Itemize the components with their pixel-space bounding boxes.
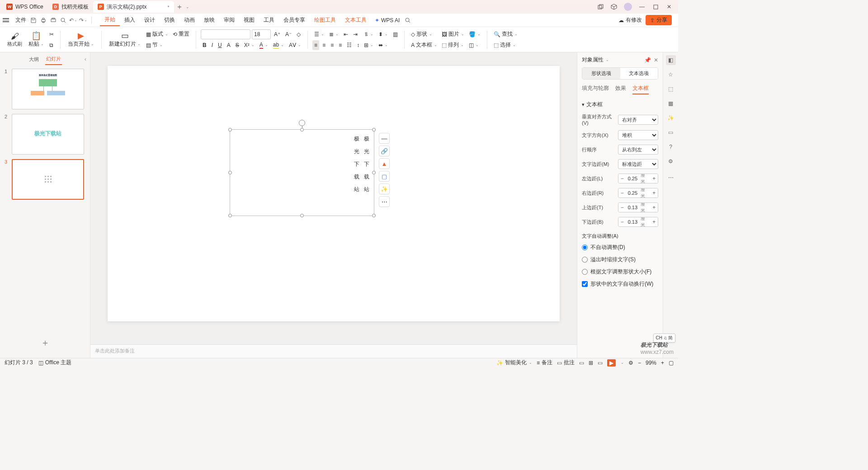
direction-select[interactable]: 堆积 — [618, 130, 658, 140]
order-select[interactable]: 从右到左 — [618, 145, 658, 155]
search-icon[interactable] — [403, 16, 412, 25]
margin-select[interactable]: 标准边距 — [618, 159, 658, 169]
textbox-tab[interactable]: 文本框 — [632, 83, 649, 94]
section-button[interactable]: ▤节⌄ — [144, 40, 170, 50]
fill-outline-tab[interactable]: 填充与轮廓 — [582, 83, 609, 94]
align-text-button[interactable]: ⬍⌄ — [377, 29, 390, 39]
float-outline-button[interactable]: ▢ — [379, 171, 390, 182]
tab-transition[interactable]: 切换 — [160, 14, 179, 26]
close-button[interactable]: ✕ — [665, 3, 673, 10]
float-link-button[interactable]: 🔗 — [379, 146, 390, 156]
cube-icon[interactable] — [610, 3, 618, 10]
hamburger-menu[interactable] — [3, 18, 11, 22]
theme-indicator[interactable]: ◫Office 主题 — [38, 359, 71, 367]
text-effects-button[interactable]: AⅤ⌄ — [287, 40, 303, 50]
tab-drawing-tools[interactable]: 绘图工具 — [310, 14, 340, 26]
tab-current-document[interactable]: P 演示文稿(2).pptx • — [93, 1, 174, 13]
right-margin-spinner[interactable]: −厘米+ — [618, 188, 658, 198]
slideshow-view-button[interactable]: ▶ — [607, 359, 616, 367]
resize-handle-e[interactable] — [372, 171, 376, 174]
reading-view-button[interactable]: ▭ — [598, 360, 603, 366]
tab-text-tools[interactable]: 文本工具 — [340, 14, 371, 26]
slide-thumbnail-3[interactable] — [12, 159, 84, 200]
find-button[interactable]: 🔍查找⌄ — [492, 29, 519, 39]
tab-home[interactable]: 开始 — [100, 14, 120, 26]
align-left-button[interactable]: ≡ — [312, 40, 319, 50]
quick-style-button[interactable]: ◫⌄ — [467, 40, 482, 50]
slide-canvas[interactable]: 极光下载站 极光下载站 — 🔗 ▲ ▢ ✨ ⋯ — [108, 66, 560, 321]
shape-button[interactable]: ◇形状⌄ — [409, 29, 439, 39]
sync-status[interactable]: ☁有修改 — [618, 16, 642, 24]
print-icon[interactable] — [49, 16, 58, 25]
file-menu[interactable]: 文件 — [14, 16, 28, 24]
font-size-select[interactable] — [252, 29, 271, 39]
select-button[interactable]: ⬚选择⌄ — [492, 40, 519, 50]
save-icon[interactable] — [29, 16, 38, 25]
shape-options-tab[interactable]: 形状选项 — [582, 68, 620, 79]
align-justify-button[interactable]: ≡ — [337, 40, 344, 50]
shadow-button[interactable]: A — [225, 40, 232, 50]
tab-insert[interactable]: 插入 — [120, 14, 140, 26]
text-direction-button[interactable]: ⥮⌄ — [362, 29, 375, 39]
undo-icon[interactable]: ↶⌄ — [69, 16, 78, 25]
textbox-button[interactable]: A文本框⌄ — [409, 40, 439, 50]
smart-beautify-button[interactable]: ✨智能美化⌄ — [496, 359, 532, 367]
float-effects-button[interactable]: ✨ — [379, 183, 390, 194]
normal-view-button[interactable]: ▭ — [579, 360, 584, 366]
bullets-button[interactable]: ☰⌄ — [312, 29, 326, 39]
autofit-resize-radio[interactable]: 根据文字调整形状大小(F) — [582, 268, 658, 276]
reset-button[interactable]: ⟲重置 — [171, 29, 191, 39]
sorter-view-button[interactable]: ⊞ — [589, 360, 593, 366]
collapse-panel-button[interactable]: ‹ — [85, 56, 86, 62]
columns-button[interactable]: ▥ — [391, 29, 400, 39]
copy-button[interactable]: ⧉ — [47, 40, 56, 50]
cut-button[interactable]: ✂ — [47, 29, 56, 39]
clear-format-button[interactable]: ◇ — [295, 29, 302, 39]
spacing-button[interactable]: ⬌⌄ — [377, 40, 390, 50]
font-color-button[interactable]: A⌄ — [258, 40, 270, 50]
effects-tab[interactable]: 效果 — [615, 83, 626, 94]
align-right-button[interactable]: ≡ — [329, 40, 335, 50]
tab-review[interactable]: 审阅 — [219, 14, 239, 26]
tab-animation[interactable]: 动画 — [179, 14, 199, 26]
properties-sidebar-button[interactable]: ◧ — [666, 55, 676, 65]
text-options-tab[interactable]: 文本选项 — [620, 68, 658, 79]
templates-sidebar-button[interactable]: ▦ — [666, 99, 676, 108]
resize-handle-s[interactable] — [300, 214, 304, 217]
layers-sidebar-button[interactable]: ⬚ — [666, 84, 676, 94]
decrease-indent-button[interactable]: ⇤ — [342, 29, 350, 39]
resize-handle-sw[interactable] — [228, 214, 232, 217]
tab-wps-office[interactable]: W WPS Office — [2, 1, 48, 13]
section-textbox[interactable]: ▾ 文本框 — [582, 101, 658, 108]
layout-button[interactable]: ▦版式⌄ — [144, 29, 170, 39]
tab-design[interactable]: 设计 — [140, 14, 160, 26]
slides-tab[interactable]: 幻灯片 — [45, 54, 62, 65]
from-current-button[interactable]: ▶当页开始⌄ — [65, 29, 97, 50]
align-center-button[interactable]: ≡ — [321, 40, 327, 50]
float-fill-button[interactable]: ▲ — [379, 158, 390, 169]
slide-thumbnail-1[interactable]: 服务政处置规程图 — [12, 69, 84, 109]
zoom-level[interactable]: 99% — [646, 360, 656, 366]
line-spacing-button[interactable]: ↕ — [355, 40, 361, 50]
valign-select[interactable]: 右对齐 — [618, 115, 658, 125]
resize-handle-w[interactable] — [228, 171, 232, 174]
rotate-handle[interactable] — [299, 120, 305, 126]
fill-button[interactable]: 🪣⌄ — [467, 29, 482, 39]
preview-icon[interactable] — [59, 16, 68, 25]
resize-handle-ne[interactable] — [372, 128, 376, 132]
print-quick-icon[interactable] — [39, 16, 48, 25]
share-button[interactable]: ⇪分享 — [646, 15, 672, 25]
minimize-button[interactable]: — — [638, 3, 646, 10]
bottom-margin-spinner[interactable]: −厘米+ — [618, 217, 658, 227]
strike-button[interactable]: S — [234, 40, 241, 50]
font-family-select[interactable] — [201, 29, 250, 39]
selected-textbox[interactable]: 极光下载站 极光下载站 — [230, 129, 374, 216]
slide-thumbnail-2[interactable]: 极光下载站 — [12, 114, 84, 155]
top-margin-spinner[interactable]: −厘米+ — [618, 202, 658, 212]
wrap-checkbox[interactable]: 形状中的文字自动换行(W) — [582, 280, 658, 288]
redo-icon[interactable]: ↷⌄ — [79, 16, 88, 25]
notes-pane[interactable]: 单击此处添加备注 — [90, 344, 577, 358]
autofit-none-radio[interactable]: 不自动调整(D) — [582, 244, 658, 251]
float-more-button[interactable]: ⋯ — [379, 196, 390, 207]
pin-panel-button[interactable]: 📌 — [644, 57, 651, 63]
